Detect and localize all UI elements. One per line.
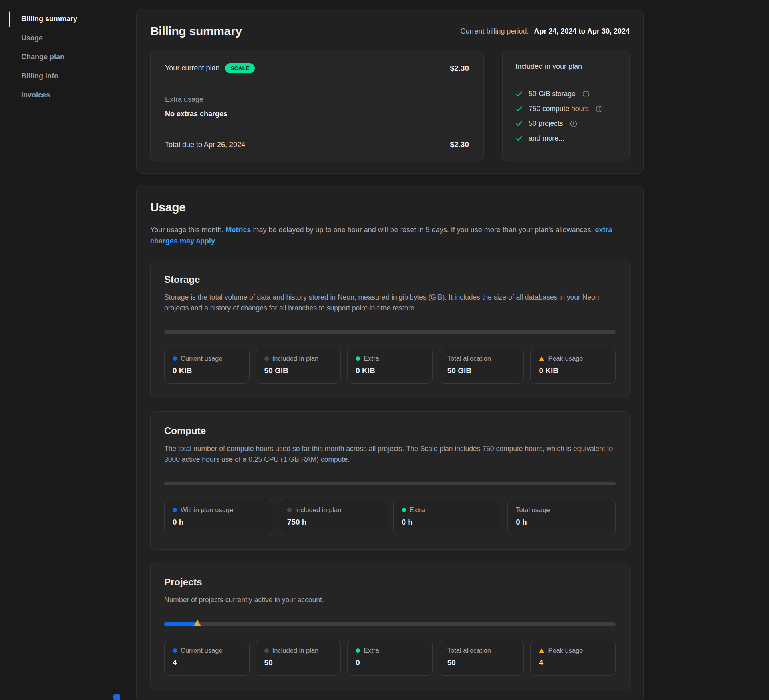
included-list: 50 GiB storage 750 compute hours [515, 90, 616, 143]
billing-summary-card: Billing summary Current billing period: … [136, 9, 644, 174]
check-icon [515, 90, 523, 98]
check-icon [515, 105, 523, 113]
projects-stats: Current usage 4 Included in plan 50 Extr… [164, 640, 616, 676]
billing-sidebar: Billing summary Usage Change plan Billin… [10, 10, 126, 105]
extra-usage-block: Extra usage No extras charges [165, 95, 469, 118]
included-in-plan-panel: Included in your plan 50 GiB storage [502, 51, 630, 161]
compute-section-description: The total number of compute hours used s… [164, 443, 616, 465]
storage-section: Storage Storage is the total volume of d… [150, 260, 630, 398]
projects-section: Projects Number of projects currently ac… [150, 563, 630, 690]
stat-label: Total usage [516, 506, 550, 514]
sidebar-item-change-plan[interactable]: Change plan [10, 48, 126, 67]
gray-dot-icon [287, 508, 292, 512]
compute-section-title: Compute [164, 425, 616, 436]
sidebar-item-label: Usage [21, 34, 43, 42]
extra-usage-value: No extras charges [165, 110, 469, 118]
plan-amount: $2.30 [450, 64, 469, 73]
current-plan-panel: Your current plan SCALE $2.30 Extra usag… [150, 51, 484, 161]
info-icon[interactable] [596, 105, 603, 113]
stat-value: 0 h [173, 518, 264, 527]
stat-peak-usage: Peak usage 0 KiB [530, 348, 616, 384]
current-plan-row: Your current plan SCALE $2.30 [165, 63, 469, 73]
compute-progress-bar [164, 482, 616, 485]
included-item-compute: 750 compute hours [515, 105, 616, 113]
stat-value: 0 KiB [356, 366, 424, 375]
billing-period: Current billing period: Apr 24, 2024 to … [460, 27, 630, 36]
stat-value: 0 h [516, 518, 607, 527]
included-item-projects: 50 projects [515, 119, 616, 128]
stat-label: Peak usage [548, 355, 583, 362]
included-item-label: 750 compute hours [529, 105, 589, 113]
projects-section-description: Number of projects currently active in y… [164, 595, 616, 605]
blue-dot-icon [173, 648, 177, 653]
stat-label: Current usage [181, 355, 223, 362]
stat-label: Extra [410, 506, 425, 514]
included-item-label: 50 projects [529, 119, 563, 128]
active-indicator [9, 11, 10, 27]
billing-period-value: Apr 24, 2024 to Apr 30, 2024 [534, 27, 630, 35]
billing-nav: Billing summary Usage Change plan Billin… [10, 10, 126, 105]
usage-description: Your usage this month. Metrics may be de… [150, 225, 613, 247]
stat-extra: Extra 0 [347, 640, 433, 676]
sidebar-item-label: Invoices [21, 91, 50, 99]
sidebar-item-invoices[interactable]: Invoices [10, 86, 126, 105]
green-dot-icon [356, 648, 360, 653]
usage-desc-text: Your usage this month. [150, 226, 225, 234]
floating-widget-fragment[interactable] [113, 694, 120, 700]
stat-value: 750 h [287, 518, 378, 527]
gray-dot-icon [264, 356, 269, 361]
projects-section-title: Projects [164, 577, 616, 588]
stat-included-in-plan: Included in plan 750 h [279, 499, 387, 535]
stat-value: 0 h [402, 518, 493, 527]
included-item-storage: 50 GiB storage [515, 90, 616, 98]
storage-section-description: Storage is the total volume of data and … [164, 292, 616, 314]
stat-value: 4 [173, 658, 241, 667]
projects-progress-fill [164, 622, 197, 626]
metrics-link[interactable]: Metrics [225, 226, 251, 234]
stat-peak-usage: Peak usage 4 [530, 640, 616, 676]
sidebar-item-label: Billing summary [21, 15, 77, 23]
stat-label: Included in plan [272, 355, 319, 362]
storage-progress-bar [164, 330, 616, 334]
included-title: Included in your plan [515, 62, 616, 71]
stat-label: Within plan usage [181, 506, 233, 514]
check-icon [515, 120, 523, 127]
total-due-amount: $2.30 [450, 140, 469, 149]
main-content: Billing summary Current billing period: … [136, 9, 644, 700]
storage-section-title: Storage [164, 274, 616, 285]
stat-current-usage: Current usage 4 [164, 640, 250, 676]
info-icon[interactable] [582, 91, 590, 98]
stat-label: Total allocation [447, 647, 491, 654]
stat-within-plan-usage: Within plan usage 0 h [164, 499, 272, 535]
check-icon [515, 135, 523, 142]
orange-triangle-icon [539, 356, 544, 361]
compute-stats: Within plan usage 0 h Included in plan 7… [164, 499, 616, 535]
stat-extra: Extra 0 h [393, 499, 501, 535]
usage-desc-text: . [215, 237, 217, 245]
peak-usage-marker-icon [194, 620, 201, 626]
stat-total-allocation: Total allocation 50 [439, 640, 524, 676]
total-due-label: Total due to Apr 26, 2024 [165, 141, 245, 149]
divider [165, 84, 469, 84]
compute-section: Compute The total number of compute hour… [150, 411, 630, 550]
info-icon[interactable] [570, 120, 577, 127]
included-item-label: and more... [529, 134, 564, 143]
included-item-more: and more... [515, 134, 616, 143]
stat-label: Current usage [181, 647, 223, 654]
billing-summary-header: Billing summary Current billing period: … [150, 24, 630, 38]
current-plan-label: Your current plan [165, 64, 219, 72]
page-title: Billing summary [150, 24, 242, 38]
sidebar-item-billing-info[interactable]: Billing info [10, 67, 126, 86]
stat-value: 50 [447, 658, 516, 667]
projects-progress-bar [164, 622, 616, 626]
stat-value: 4 [539, 658, 607, 667]
sidebar-item-usage[interactable]: Usage [10, 29, 126, 48]
stat-value: 0 KiB [173, 366, 241, 375]
stat-total-allocation: Total allocation 50 GiB [439, 348, 524, 384]
billing-period-label: Current billing period: [460, 27, 529, 35]
plan-badge: SCALE [225, 63, 254, 73]
stat-value: 0 [356, 658, 424, 667]
orange-triangle-icon [539, 648, 544, 653]
gray-dot-icon [264, 648, 269, 653]
sidebar-item-billing-summary[interactable]: Billing summary [10, 10, 126, 29]
